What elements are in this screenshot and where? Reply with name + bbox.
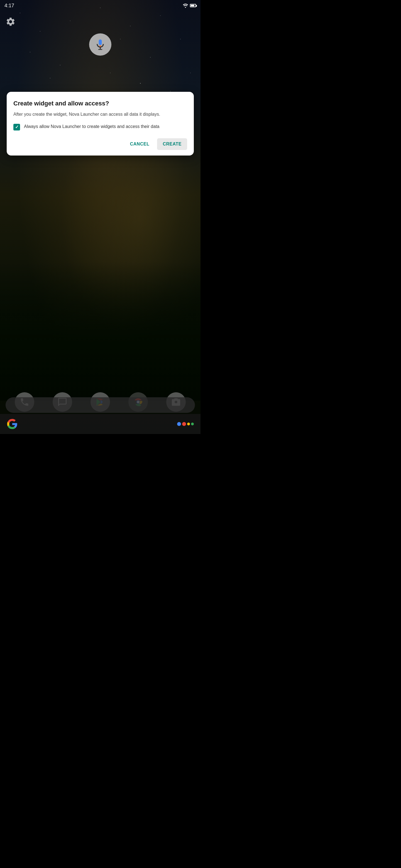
dialog-body: After you create the widget, Nova Launch… [13,111,187,118]
status-icons [183,3,196,8]
checkbox-label: Always allow Nova Launcher to create wid… [24,123,159,130]
assistant-dot-yellow [187,423,190,425]
voice-widget[interactable] [89,33,111,56]
battery-icon [190,4,196,7]
svg-rect-1 [99,39,102,45]
dialog-buttons: CANCEL CREATE [13,138,187,150]
search-bar[interactable] [6,397,195,413]
svg-rect-2 [100,48,101,49]
dialog: Create widget and allow access? After yo… [7,92,194,156]
bottom-bar [0,414,200,434]
gear-icon [6,17,16,27]
plants-silhouette [0,261,200,401]
checkbox-row[interactable]: ✓ Always allow Nova Launcher to create w… [13,123,187,130]
microphone-icon [94,38,106,51]
checkbox[interactable]: ✓ [13,124,20,130]
assistant-dots[interactable] [177,422,194,426]
assistant-dot-blue [177,422,181,426]
assistant-dot-red [182,422,186,426]
voice-circle[interactable] [89,33,111,56]
cancel-button[interactable]: CANCEL [124,138,155,150]
dialog-title: Create widget and allow access? [13,100,187,108]
wifi-icon [183,3,188,8]
google-logo[interactable] [7,418,18,430]
assistant-dot-green [191,423,194,425]
status-time: 4:17 [4,3,14,9]
create-button[interactable]: CREATE [157,138,187,150]
svg-point-5 [100,45,101,46]
checkbox-check-mark: ✓ [15,124,19,130]
svg-rect-3 [98,49,103,50]
status-bar: 4:17 [0,0,200,11]
settings-gear[interactable] [6,17,16,28]
